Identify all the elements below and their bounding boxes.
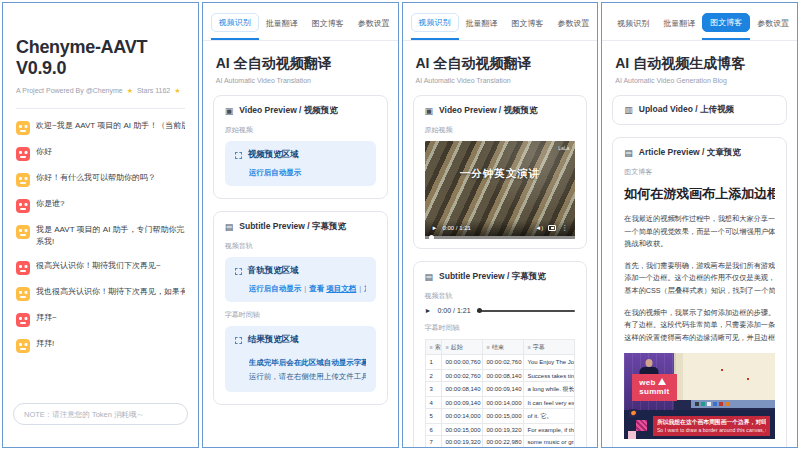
subtitle-preview-expander[interactable]: ▤ Subtitle Preview / 字幕预览 视频音轨 ► 0:00 / …: [413, 261, 588, 448]
speaker-figure: [646, 359, 653, 367]
table-row[interactable]: 300:00:08,14000:00:09,140a long while. 很…: [425, 382, 575, 397]
chat-message: 拜拜~: [16, 312, 185, 326]
panel-blog-generation: 视频识别 批量翻译 图文博客 参数设置 AI 自动视频生成博客 AI Autom…: [601, 2, 798, 448]
selection-icon: [235, 268, 242, 275]
article-preview-expander[interactable]: ▤ Article Preview / 文章预览 图文博客 如何在游戏画布上添加…: [612, 137, 787, 448]
video-preview-expander[interactable]: ▣ Video Preview / 视频预览 原始视频 LaLa 一分钟英文演讲…: [413, 95, 588, 249]
table-row[interactable]: 500:00:14,00000:00:15,000of it. 它。: [425, 409, 575, 424]
video-player[interactable]: LaLa 一分钟英文演讲 ► 0:00 / 1:21 ◄) ⋮: [425, 141, 576, 239]
monitor-icon: ▣: [225, 106, 234, 116]
page-subtitle: AI Automatic Video Translation: [216, 77, 385, 84]
table-header-row: ≡索引 ≡起始 ≡结束 ≡字幕: [425, 340, 575, 355]
expander-header[interactable]: ▥ Upload Video / 上传视频: [624, 104, 775, 116]
audio-time: 0:00 / 1:21: [437, 307, 470, 314]
web-summit-logo: web summit: [632, 374, 676, 401]
subtitle-overlay: 所以我想在这个画布周围画一个边界，对吗? So I want to draw a…: [653, 416, 771, 436]
video-overlay-title: 一分钟英文演讲: [425, 167, 576, 181]
subtitle-preview-expander[interactable]: ▤ Subtitle Preview / 字幕预览 视频音轨 音轨预览区域 运行…: [213, 211, 388, 405]
panel-video-translate-empty: 视频识别 批量翻译 图文博客 参数设置 AI 全自动视频翻译 AI Automa…: [202, 2, 399, 448]
tab-bar: 视频识别 批量翻译 图文博客 参数设置: [403, 3, 598, 41]
tab-video-recognition[interactable]: 视频识别: [610, 15, 656, 40]
table-row[interactable]: 600:00:15,00000:00:19,320For example, if…: [425, 424, 575, 436]
volume-icon[interactable]: ◄): [535, 225, 543, 231]
expander-header[interactable]: ▣ Video Preview / 视频预览: [225, 105, 376, 117]
tab-blog[interactable]: 图文博客: [702, 13, 750, 40]
tab-settings[interactable]: 参数设置: [351, 15, 397, 40]
video-preview-expander[interactable]: ▣ Video Preview / 视频预览 原始视频 视频预览区域 运行后自动…: [213, 95, 388, 199]
tab-blog[interactable]: 图文博客: [505, 15, 551, 40]
expander-header[interactable]: ▤ Article Preview / 文章预览: [624, 147, 775, 159]
article-icon: ▤: [624, 148, 633, 158]
tab-label: 批量翻译: [459, 15, 505, 32]
table-row[interactable]: 400:00:09,14000:00:14,000It can feel ver…: [425, 397, 575, 409]
table-row[interactable]: 100:00:00,76000:00:02,760You Enjoy The J…: [425, 355, 575, 370]
tab-video-recognition[interactable]: 视频识别: [411, 13, 459, 40]
more-options-icon[interactable]: ⋮: [561, 224, 568, 232]
caption-subtitle-timeline: 字幕时间轴: [225, 310, 376, 320]
selection-icon: [235, 152, 242, 159]
user-avatar-icon: [16, 313, 30, 327]
chat-history: 欢迎~我是 AAVT 项目的 AI 助手！（当前版本暂未接入完整 你好 你好！有…: [16, 120, 185, 352]
pink-square-decoration: [636, 420, 647, 431]
emoji-sticker: [629, 409, 637, 417]
separator: |: [304, 284, 306, 293]
subtitle-dataframe[interactable]: ≡索引 ≡起始 ≡结束 ≡字幕 100:00:00,76000:00:02,76…: [425, 339, 576, 448]
message-text: 系我!: [36, 236, 185, 248]
video-progress-bar[interactable]: [425, 236, 576, 239]
tab-bar: 视频识别 批量翻译 图文博客 参数设置: [203, 3, 398, 41]
table-row[interactable]: 200:00:02,76000:00:08,140Success takes t…: [425, 370, 575, 382]
tab-settings[interactable]: 参数设置: [551, 15, 597, 40]
expander-header[interactable]: ▤ Subtitle Preview / 字幕预览: [425, 271, 576, 283]
caption-subtitle-timeline: 字幕时间轴: [425, 323, 576, 333]
article-closing-line: 当我完成这一步后，回到游戏中，画布上果然出现了一个漂亮的: [624, 447, 775, 448]
expander-title: Article Preview / 文章预览: [639, 147, 741, 159]
tab-batch-translate[interactable]: 批量翻译: [656, 15, 702, 40]
app-title: Chenyme-AAVT V0.9.0: [16, 37, 185, 79]
result-hint-bold: 生成完毕后会在此区域自动显示字幕时间轴: [249, 358, 366, 368]
page-title: AI 自动视频生成博客: [615, 55, 784, 73]
view-text: 查看: [309, 284, 324, 293]
tab-batch-translate[interactable]: 批量翻译: [259, 15, 305, 40]
result-preview-placeholder: 结果预览区域 生成完毕后会在此区域自动显示字幕时间轴 运行前，请在右侧使用上传文…: [225, 326, 376, 392]
chat-message: 你好！有什么我可以帮助你的吗？: [16, 172, 185, 186]
paragraph-line: 首先，我们需要明确，游戏画布是我们所有游戏元素的基础，为: [624, 260, 775, 273]
chat-input[interactable]: [13, 403, 188, 425]
tab-blog[interactable]: 图文博客: [305, 15, 351, 40]
tab-batch-translate[interactable]: 批量翻译: [459, 15, 505, 40]
article-title: 如何在游戏画布上添加边框: [624, 185, 775, 203]
user-avatar-icon: [16, 199, 30, 213]
auto-show-link[interactable]: 运行后自动显示: [249, 168, 302, 177]
message-text: 拜拜~: [36, 312, 185, 324]
paragraph-line: 在我的视频中，我展示了如何添加边框的步骤。首先，打开我们: [624, 307, 775, 320]
audio-progress-bar[interactable]: [477, 310, 576, 312]
play-icon[interactable]: ►: [432, 225, 438, 231]
expander-title: Video Preview / 视频预览: [439, 105, 538, 117]
monitor-icon: ▣: [425, 106, 434, 116]
paragraph-line: 有了边框。这段代码非常简单，只需要添加一条样式规则，给画: [624, 319, 775, 332]
expander-title: Subtitle Preview / 字幕预览: [239, 221, 346, 233]
play-icon[interactable]: ►: [425, 307, 432, 314]
tab-settings[interactable]: 参数设置: [750, 15, 796, 40]
auto-show-link[interactable]: 运行后自动显示: [249, 284, 302, 293]
paragraph-line: 一个简单的视觉效果，而是一个可以增强用户体验的小技巧。接: [624, 226, 775, 239]
expander-title: Video Preview / 视频预览: [239, 105, 338, 117]
message-text: 我也很高兴认识你！期待下次再见，如果有需要，随时联: [36, 286, 185, 298]
caption-audio-track: 视频音轨: [225, 241, 376, 251]
tab-label: 图文博客: [305, 15, 351, 32]
table-row[interactable]: 700:00:19,32000:00:22,980some music or g…: [425, 436, 575, 448]
upload-video-expander[interactable]: ▥ Upload Video / 上传视频: [612, 95, 787, 125]
column-header: 字幕: [533, 344, 545, 350]
tab-video-recognition[interactable]: 视频识别: [211, 13, 259, 40]
column-type-icon: ≡: [430, 344, 433, 350]
expander-header[interactable]: ▤ Subtitle Preview / 字幕预览: [225, 221, 376, 233]
placeholder-title: 结果预览区域: [248, 334, 299, 346]
subtitle-chinese: 所以我想在这个画布周围画一个边界，对吗?: [657, 418, 767, 427]
audio-player[interactable]: ► 0:00 / 1:21: [425, 307, 576, 314]
chat-message: 很高兴认识你！期待我们下次再见~: [16, 260, 185, 274]
screenshot-composite: Chenyme-AAVT V0.9.0 A Project Powered By…: [0, 0, 800, 450]
docs-link[interactable]: 项目文档: [326, 284, 356, 293]
pip-icon[interactable]: [548, 225, 556, 231]
chat-message: 拜拜!: [16, 338, 185, 352]
expander-header[interactable]: ▣ Video Preview / 视频预览: [425, 105, 576, 117]
tab-label: 图文博客: [702, 13, 750, 32]
